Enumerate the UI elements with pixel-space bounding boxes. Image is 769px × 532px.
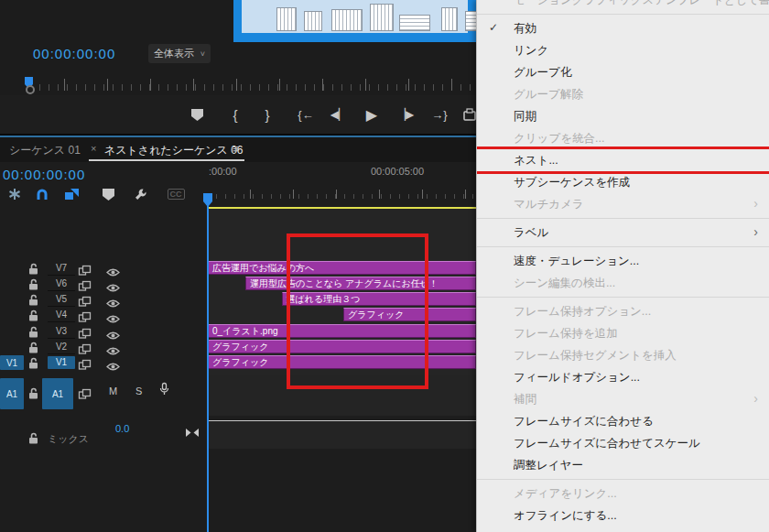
menu-item: フレーム保持を追加	[477, 322, 769, 344]
menu-item-label: 速度・デュレーション...	[514, 254, 639, 269]
monitor-timecode[interactable]: 00:00:00:00	[33, 46, 115, 61]
mark-out-button[interactable]: }	[258, 95, 276, 134]
menu-item: 補間›	[477, 388, 769, 410]
menu-separator	[477, 218, 769, 219]
transport-controls: {}{←◀▏▶▕▶→}	[0, 95, 476, 134]
add-marker-button[interactable]	[188, 95, 206, 134]
go-to-out-button[interactable]: →}	[430, 95, 449, 134]
menu-item[interactable]: フレームサイズに合わせてスケール	[477, 432, 769, 454]
play-button[interactable]: ▶	[363, 95, 381, 134]
menu-separator	[477, 246, 769, 247]
settings-icon[interactable]	[130, 183, 152, 205]
menu-item-label: 同期	[514, 109, 536, 125]
menu-item[interactable]: オフラインにする...	[477, 505, 769, 527]
track-header-v5: V5	[0, 292, 206, 307]
source-patch-a1[interactable]: A1	[0, 378, 24, 409]
track-name-v1[interactable]: V1	[48, 356, 75, 369]
building-shape	[370, 4, 394, 31]
menu-item: フレーム保持セグメントを挿入	[477, 344, 769, 366]
step-forward-button[interactable]: ▕▶	[396, 95, 415, 134]
lock-icon[interactable]	[28, 386, 39, 403]
menu-item[interactable]: ネスト...	[477, 149, 769, 171]
building-shape	[441, 7, 458, 31]
track-header-v7: V7	[0, 261, 206, 276]
menu-item-label: ラベル	[514, 225, 548, 241]
menu-item[interactable]: 速度・デュレーション...	[477, 250, 769, 272]
mix-track-label: ミックス	[48, 432, 89, 446]
track-name-v3[interactable]: V3	[48, 326, 75, 339]
timeline-ruler[interactable]	[208, 190, 476, 199]
track-name-v6[interactable]: V6	[48, 278, 75, 291]
close-icon[interactable]: ×	[91, 143, 96, 154]
menu-item-label: 調整レイヤー	[514, 458, 583, 473]
context-menu-list: モーショングラフィックステンプレートとして書き出し...✓有効リンクグループ化グ…	[477, 0, 769, 527]
timeline-timecode[interactable]: 00:00:00:00	[3, 167, 85, 182]
track-name-v2[interactable]: V2	[48, 342, 75, 354]
menu-item-label: クリップを統合...	[514, 131, 604, 147]
audio-track-a1-header: A1 A1 M S	[0, 377, 206, 410]
mix-level-value[interactable]: 0.0	[115, 423, 129, 434]
check-icon: ✓	[489, 21, 498, 34]
menu-item-label: 有効	[514, 21, 536, 37]
track-header-v1: V1V1	[0, 355, 206, 370]
eye-icon[interactable]	[106, 358, 120, 375]
track-name-v7[interactable]: V7	[48, 263, 75, 276]
menu-item[interactable]: リンク	[477, 39, 769, 61]
building-shape	[276, 7, 297, 31]
linked-selection-icon[interactable]	[60, 183, 82, 205]
track-name-v5[interactable]: V5	[48, 294, 75, 307]
menu-item[interactable]: フィールドオプション...	[477, 366, 769, 388]
panel-menu-icon[interactable]: ≡	[233, 142, 240, 156]
annotation-box-timeline	[287, 233, 428, 389]
track-name-a1[interactable]: A1	[42, 378, 73, 409]
submenu-arrow-icon: ›	[753, 391, 758, 406]
menu-item[interactable]: 同期	[477, 105, 769, 127]
go-to-in-button[interactable]: {←	[297, 95, 315, 134]
menu-item-label: フィールドオプション...	[514, 370, 640, 385]
track-header-v4: V4	[0, 308, 206, 322]
menu-item: マルチカメラ›	[477, 193, 769, 215]
tab-nested-sequence-06[interactable]: ネストされたシーケンス 06	[104, 143, 244, 158]
menu-item[interactable]: ラベル›	[477, 222, 769, 244]
menu-item: メディアをリンク...	[477, 483, 769, 505]
menu-item[interactable]: ✓有効	[477, 17, 769, 39]
menu-item[interactable]: フレームサイズに合わせる	[477, 410, 769, 432]
track-header-v6: V6	[0, 277, 206, 291]
mute-button[interactable]: M	[109, 385, 117, 396]
monitor-time-ruler[interactable]	[22, 79, 476, 91]
menu-item[interactable]: グループ化	[477, 61, 769, 83]
monitor-zoom-scroll-handle[interactable]	[26, 85, 35, 94]
menu-item: シーン編集の検出...	[477, 272, 769, 294]
preview-canvas	[242, 0, 468, 33]
mark-in-button[interactable]: {	[226, 95, 244, 134]
work-area-bar[interactable]	[208, 207, 476, 209]
sync-lock-icon[interactable]	[79, 357, 91, 374]
snap-icon[interactable]	[31, 183, 53, 205]
lock-icon[interactable]	[28, 309, 39, 325]
menu-item-label: メディアをリンク...	[514, 486, 617, 502]
captions-icon[interactable]: CC	[165, 183, 187, 205]
menu-item[interactable]: 調整レイヤー	[477, 454, 769, 476]
nest-icon[interactable]	[4, 183, 26, 205]
add-marker-icon[interactable]	[97, 183, 119, 205]
lock-icon[interactable]	[28, 356, 39, 373]
captions-label: CC	[168, 189, 185, 200]
keyframe-navigator-icon[interactable]	[186, 424, 199, 440]
menu-item[interactable]: サブシーケンスを作成	[477, 171, 769, 193]
menu-item: グループ解除	[477, 83, 769, 105]
menu-item-label: オフラインにする...	[514, 508, 617, 524]
active-tab-underline	[89, 159, 244, 161]
clip-context-menu: モーショングラフィックステンプレートとして書き出し...✓有効リンクグループ化グ…	[476, 0, 769, 532]
step-back-button[interactable]: ◀▏	[330, 95, 348, 134]
submenu-arrow-icon: ›	[753, 224, 758, 239]
monitor-zoom-select[interactable]: 全体表示 ˅	[148, 44, 211, 63]
tab-sequence-01[interactable]: シーケンス 01	[9, 143, 81, 158]
source-patch-v1[interactable]: V1	[0, 355, 24, 370]
solo-button[interactable]: S	[135, 385, 142, 396]
menu-item: フレーム保持オプション...	[477, 300, 769, 322]
lock-icon[interactable]	[28, 431, 39, 448]
menu-separator	[477, 297, 769, 298]
track-name-v4[interactable]: V4	[48, 309, 75, 322]
sync-lock-icon[interactable]	[79, 386, 91, 403]
voiceover-record-icon[interactable]	[159, 383, 169, 397]
